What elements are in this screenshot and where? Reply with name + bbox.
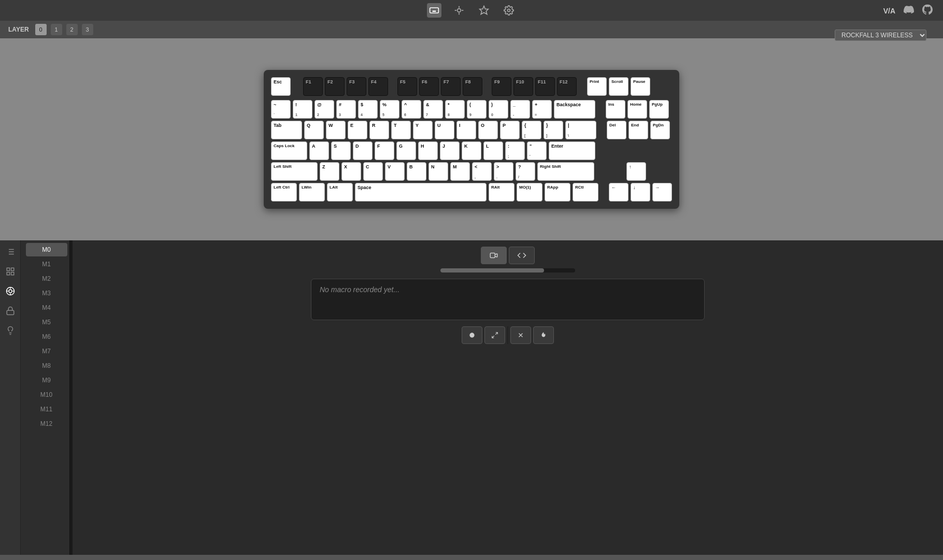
key-2[interactable]: @2 — [315, 100, 334, 119]
key-esc[interactable]: Esc — [271, 77, 291, 96]
key-6[interactable]: ^6 — [402, 100, 421, 119]
macro-m6[interactable]: M6 — [26, 330, 67, 343]
key-f2[interactable]: F2 — [325, 77, 345, 96]
layer-3-btn[interactable]: 3 — [82, 24, 93, 35]
key-scroll[interactable]: Scroll — [609, 77, 628, 96]
key-5[interactable]: %5 — [380, 100, 399, 119]
delete-button[interactable] — [510, 326, 531, 344]
macro-m12[interactable]: M12 — [26, 417, 67, 430]
key-n[interactable]: N — [428, 162, 448, 181]
key-a[interactable]: A — [309, 141, 329, 160]
key-period[interactable]: >. — [494, 162, 513, 181]
key-q[interactable]: Q — [304, 121, 324, 139]
key-f8[interactable]: F8 — [463, 77, 482, 96]
macro-m7[interactable]: M7 — [26, 344, 67, 358]
key-j[interactable]: J — [440, 141, 460, 160]
key-pgdn[interactable]: PgDn — [650, 121, 670, 139]
key-comma[interactable]: <, — [472, 162, 492, 181]
key-s[interactable]: S — [331, 141, 351, 160]
key-1[interactable]: !1 — [293, 100, 312, 119]
key-4[interactable]: $4 — [358, 100, 378, 119]
key-f7[interactable]: F7 — [441, 77, 461, 96]
key-right[interactable]: → — [652, 183, 672, 202]
github-icon[interactable] — [922, 5, 933, 17]
key-rapp[interactable]: RApp — [545, 183, 570, 202]
macro-m11[interactable]: M11 — [26, 403, 67, 416]
key-end[interactable]: End — [628, 121, 648, 139]
key-m[interactable]: M — [450, 162, 470, 181]
macro-m4[interactable]: M4 — [26, 301, 67, 314]
key-r[interactable]: R — [369, 121, 389, 139]
key-pause[interactable]: Pause — [631, 77, 650, 96]
key-y[interactable]: Y — [413, 121, 433, 139]
sidebar-target-icon[interactable] — [3, 284, 18, 298]
key-enter[interactable]: Enter — [549, 141, 595, 160]
key-home[interactable]: Home — [627, 100, 647, 119]
key-3[interactable]: #3 — [336, 100, 356, 119]
key-up[interactable]: ↑ — [626, 162, 646, 181]
keyboard-nav-btn[interactable] — [427, 3, 441, 18]
key-x[interactable]: X — [341, 162, 361, 181]
macro-nav-btn[interactable] — [452, 3, 466, 18]
macro-m3[interactable]: M3 — [26, 286, 67, 300]
key-f6[interactable]: F6 — [419, 77, 439, 96]
key-z[interactable]: Z — [320, 162, 339, 181]
macro-m10[interactable]: M10 — [26, 388, 67, 401]
lighting-nav-btn[interactable] — [477, 3, 491, 18]
key-backspace[interactable]: Backspace — [554, 100, 595, 119]
key-f4[interactable]: F4 — [368, 77, 388, 96]
key-semicolon[interactable]: :; — [505, 141, 525, 160]
key-ins[interactable]: Ins — [606, 100, 625, 119]
fire-button[interactable] — [533, 326, 554, 344]
key-t[interactable]: T — [391, 121, 411, 139]
key-tab[interactable]: Tab — [271, 121, 302, 139]
key-lbracket[interactable]: {[ — [522, 121, 541, 139]
macro-m1[interactable]: M1 — [26, 257, 67, 271]
key-l[interactable]: L — [483, 141, 503, 160]
key-e[interactable]: E — [348, 121, 367, 139]
key-d[interactable]: D — [353, 141, 373, 160]
key-8[interactable]: *8 — [445, 100, 465, 119]
key-backslash[interactable]: |\ — [565, 121, 596, 139]
key-right-shift[interactable]: Right Shift — [537, 162, 594, 181]
macro-scrollbar-thumb[interactable] — [440, 268, 544, 272]
key-v[interactable]: V — [385, 162, 405, 181]
key-rbracket[interactable]: }] — [544, 121, 563, 139]
key-c[interactable]: C — [363, 162, 383, 181]
key-mo1[interactable]: MO(1) — [517, 183, 542, 202]
key-f12[interactable]: F12 — [557, 77, 577, 96]
key-f5[interactable]: F5 — [397, 77, 417, 96]
key-0[interactable]: )0 — [489, 100, 508, 119]
code-tab[interactable] — [509, 247, 535, 264]
macro-m2[interactable]: M2 — [26, 272, 67, 285]
key-minus[interactable]: _- — [510, 100, 530, 119]
key-left[interactable]: ← — [609, 183, 628, 202]
macro-m5[interactable]: M5 — [26, 315, 67, 329]
keyboard-selector[interactable]: ROCKFALL 3 WIRELESS — [835, 30, 926, 41]
key-ralt[interactable]: RAlt — [489, 183, 515, 202]
sidebar-bulb-icon[interactable] — [3, 323, 18, 338]
key-f[interactable]: F — [375, 141, 394, 160]
key-h[interactable]: H — [418, 141, 438, 160]
key-left-shift[interactable]: Left Shift — [271, 162, 318, 181]
key-pgup[interactable]: PgUp — [649, 100, 669, 119]
key-g[interactable]: G — [396, 141, 416, 160]
key-f11[interactable]: F11 — [535, 77, 555, 96]
key-left-ctrl[interactable]: Left Ctrl — [271, 183, 297, 202]
key-equals[interactable]: += — [532, 100, 552, 119]
macro-m8[interactable]: M8 — [26, 359, 67, 372]
key-b[interactable]: B — [407, 162, 426, 181]
key-u[interactable]: U — [435, 121, 454, 139]
sidebar-grid-icon[interactable] — [3, 264, 18, 279]
key-rctl[interactable]: RCtl — [573, 183, 598, 202]
key-print[interactable]: Print — [587, 77, 607, 96]
key-slash[interactable]: ?/ — [516, 162, 535, 181]
macro-scrollbar-track[interactable] — [440, 268, 575, 272]
key-o[interactable]: O — [478, 121, 498, 139]
key-capslock[interactable]: Caps Lock — [271, 141, 307, 160]
key-quote[interactable]: "' — [527, 141, 547, 160]
macro-m0[interactable]: M0 — [26, 243, 67, 256]
record-tab[interactable] — [481, 247, 507, 264]
key-w[interactable]: W — [326, 121, 346, 139]
record-button[interactable] — [462, 326, 482, 344]
